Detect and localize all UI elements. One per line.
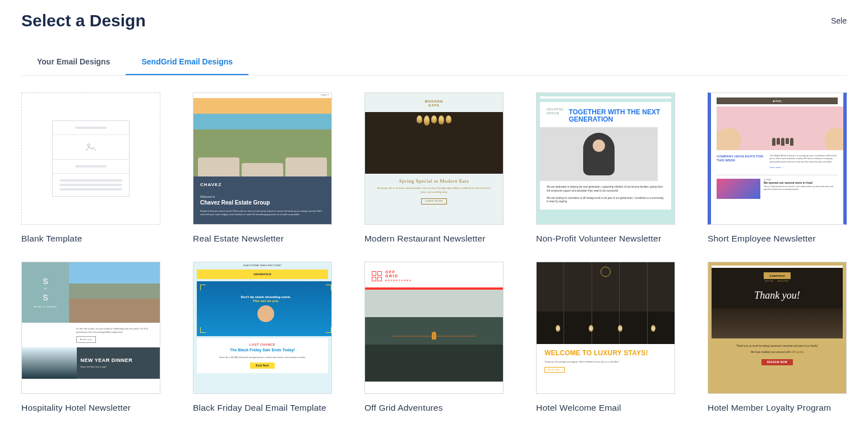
template-title: Hotel Welcome Email	[536, 403, 675, 413]
template-thumb: S + S HOTEL & RESORT It's the end of yea…	[21, 262, 160, 394]
template-card-blank[interactable]: Blank Template	[21, 92, 160, 244]
template-thumb: MODERNEATS Spring Special at Modern Eats…	[364, 92, 504, 225]
image-icon	[85, 142, 97, 152]
header-right-text: Sele	[831, 16, 847, 25]
template-title: Real Estate Newsletter	[193, 234, 332, 244]
template-thumb: VIEW IT CHAVEZ Welcome to Chavez Real Es…	[193, 92, 332, 225]
page-title: Select a Design	[21, 11, 146, 30]
template-card-nonprofit[interactable]: HELPFULSPACE TOGETHER WITH THE NEXT GENE…	[536, 92, 675, 244]
tab-your-designs[interactable]: Your Email Designs	[21, 49, 126, 75]
template-title: Hotel Member Loyalty Program	[708, 403, 847, 413]
template-thumb: ■ Auzy COMPANY HIGHLIGHTS FOR THIS WEEK …	[708, 92, 847, 225]
template-title: Off Grid Adventures	[364, 403, 504, 413]
tab-sendgrid-designs[interactable]: SendGrid Email Designs	[126, 49, 248, 75]
template-title: Non-Profit Volunteer Newsletter	[536, 234, 675, 244]
template-thumb: WELCOME TO LUXURY STAYS! Thank you for j…	[536, 262, 675, 394]
svg-point-0	[87, 144, 90, 146]
template-card-hospitality[interactable]: S + S HOTEL & RESORT It's the end of yea…	[21, 262, 160, 413]
template-title: Hospitality Hotel Newsletter	[21, 403, 160, 413]
template-title: Modern Restaurant Newsletter	[364, 234, 504, 244]
template-thumb: OFFGRIDADVENTURES	[364, 262, 504, 394]
template-card-employee[interactable]: ■ Auzy COMPANY HIGHLIGHTS FOR THIS WEEK …	[708, 92, 847, 244]
template-thumb: LaurenceHOTEL · RESORT Thank you! Thank …	[708, 262, 847, 394]
template-card-offgrid[interactable]: OFFGRIDADVENTURES Off Grid Adventures	[364, 262, 504, 413]
template-thumb: HELPFULSPACE TOGETHER WITH THE NEXT GENE…	[536, 92, 675, 225]
template-thumb: BLACK FRIDAY DEALS END TODAY! wanderlust…	[193, 262, 332, 394]
tabs: Your Email Designs SendGrid Email Design…	[21, 49, 847, 76]
template-card-loyalty[interactable]: LaurenceHOTEL · RESORT Thank you! Thank …	[708, 262, 847, 413]
template-card-blackfriday[interactable]: BLACK FRIDAY DEALS END TODAY! wanderlust…	[193, 262, 332, 413]
placeholder-icon	[52, 120, 130, 197]
template-title: Black Friday Deal Email Template	[193, 403, 332, 413]
template-grid: Blank Template VIEW IT CHAVEZ Welcome to…	[21, 92, 847, 413]
template-card-realestate[interactable]: VIEW IT CHAVEZ Welcome to Chavez Real Es…	[193, 92, 332, 244]
template-title: Short Employee Newsletter	[708, 234, 847, 244]
template-title: Blank Template	[21, 234, 160, 244]
template-card-welcome[interactable]: WELCOME TO LUXURY STAYS! Thank you for j…	[536, 262, 675, 413]
template-card-restaurant[interactable]: MODERNEATS Spring Special at Modern Eats…	[364, 92, 504, 244]
template-thumb	[21, 92, 160, 225]
